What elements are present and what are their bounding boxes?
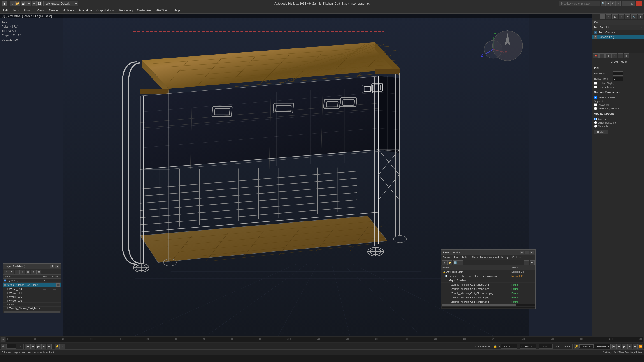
asset-tb-btn4[interactable]: ☰ bbox=[458, 260, 463, 265]
layer-highlight-btn[interactable]: ◇ bbox=[31, 270, 36, 274]
layer-row-wheel004[interactable]: Wheel_004 — — bbox=[3, 291, 61, 295]
asset-tb-btn2[interactable]: 📁 bbox=[448, 260, 452, 265]
layer-row-zarmig-cart[interactable]: Zarmig_Kitchen_Cart_Black — — bbox=[3, 307, 61, 310]
layer-row-wheel001[interactable]: Wheel_001 — — bbox=[3, 295, 61, 299]
smooth-result-checkbox[interactable] bbox=[594, 96, 597, 99]
go-end-btn[interactable]: ▶| bbox=[47, 344, 52, 349]
undo-btn[interactable]: ↩ bbox=[26, 1, 31, 6]
timeline-tools-btn[interactable]: ⛃ bbox=[1, 337, 6, 342]
go-end-btn2[interactable]: ▶| bbox=[633, 344, 638, 349]
nav-tools-btn[interactable]: ⛃ bbox=[1, 344, 6, 349]
always-radio[interactable] bbox=[594, 117, 597, 120]
timeline-track[interactable]: 0 10 20 30 40 50 60 70 80 90 100 110 120… bbox=[6, 337, 643, 342]
layer-select-btn[interactable]: □ bbox=[26, 270, 30, 274]
panel-icon-display[interactable]: 👁 bbox=[625, 14, 630, 19]
menu-help[interactable]: Help bbox=[172, 8, 182, 13]
asset-row-normal[interactable]: ▪ Zarmig_Kitchen_Cart_Normal.png Found bbox=[441, 296, 536, 300]
asset-menu-options[interactable]: Options bbox=[511, 256, 522, 259]
menu-edit[interactable]: Edit bbox=[1, 8, 10, 13]
layer-row-zarmig[interactable]: Zarmig_Kitchen_Cart_Black — — ⬛ bbox=[3, 283, 61, 287]
menu-tools[interactable]: Tools bbox=[10, 8, 22, 13]
help-btn[interactable]: ? bbox=[616, 1, 620, 6]
menu-group[interactable]: Group bbox=[22, 8, 34, 13]
asset-scrollbar-h[interactable] bbox=[442, 305, 534, 306]
asset-row-glossiness[interactable]: ▪ Zarmig_Kitchen_Cart_Glossiness.png Fou… bbox=[441, 291, 536, 296]
manually-radio[interactable] bbox=[594, 125, 597, 128]
layer-row-default[interactable]: 0 (default) ✓ bbox=[3, 279, 61, 283]
layer-scrollbar[interactable] bbox=[4, 311, 60, 313]
asset-menu-file[interactable]: File bbox=[453, 256, 459, 259]
new-btn[interactable]: □ bbox=[10, 1, 15, 6]
close-btn[interactable]: ✕ bbox=[636, 1, 642, 6]
menu-modifiers[interactable]: Modifiers bbox=[60, 8, 76, 13]
asset-panel-close-btn[interactable]: ✕ bbox=[530, 251, 534, 254]
panel-icon-utility[interactable]: 🔧 bbox=[631, 14, 637, 19]
autokey-btn[interactable]: Auto Key bbox=[580, 345, 594, 349]
x-coord-input[interactable] bbox=[501, 344, 517, 349]
asset-row-maps-folder[interactable]: ✔ Maps / Shaders bbox=[441, 278, 536, 283]
materials-checkbox[interactable] bbox=[594, 103, 597, 106]
play-btn2[interactable]: ▶ bbox=[622, 344, 627, 349]
modifier-editable-poly[interactable]: P Editable Poly bbox=[592, 35, 644, 39]
y-coord-input[interactable] bbox=[520, 344, 536, 349]
key-tangent-btn[interactable]: ∿ bbox=[60, 344, 65, 349]
search-highlight-btn[interactable]: ✦ bbox=[606, 1, 610, 6]
next-key-btn[interactable]: ▶ bbox=[627, 344, 632, 349]
go-start-btn2[interactable]: |◀ bbox=[611, 344, 616, 349]
asset-menu-paths[interactable]: Paths bbox=[460, 256, 468, 259]
search-icon-btn[interactable]: 🔍 bbox=[601, 1, 606, 6]
mod-move-btn[interactable]: ↕ bbox=[612, 53, 617, 58]
mod-light-btn[interactable]: | bbox=[599, 53, 605, 58]
iterations-input[interactable] bbox=[613, 71, 623, 75]
layer-panel-close-btn[interactable]: ✕ bbox=[55, 265, 59, 268]
panel-icon-create[interactable]: ⬡ bbox=[600, 14, 605, 19]
next-frame-btn[interactable]: ▶ bbox=[41, 344, 46, 349]
save-btn[interactable]: 💾 bbox=[21, 1, 26, 6]
layer-delete-btn[interactable]: ✕ bbox=[9, 270, 14, 274]
prev-frame-btn[interactable]: ◀ bbox=[30, 344, 36, 349]
menu-create[interactable]: Create bbox=[47, 8, 60, 13]
key-mode-btn[interactable]: 🔑 bbox=[55, 344, 60, 349]
search-input[interactable] bbox=[559, 1, 600, 6]
modifier-turbosmooth[interactable]: T TurboSmooth bbox=[592, 30, 644, 35]
asset-tb-btn5[interactable]: ? bbox=[524, 260, 529, 265]
explicit-normals-checkbox[interactable] bbox=[594, 86, 597, 88]
asset-row-diffuse[interactable]: ▪ Zarmig_Kitchen_Cart_Diffuse.png Found bbox=[441, 283, 536, 287]
asset-menu-bitmap[interactable]: Bitmap Performance and Memory bbox=[470, 256, 509, 259]
layer-panel-info-btn[interactable]: ? bbox=[50, 265, 54, 268]
panel-icon-expand[interactable]: ◀ bbox=[638, 14, 643, 19]
menu-views[interactable]: Views bbox=[34, 8, 47, 13]
asset-row-reflect[interactable]: ▪ Zarmig_Kitchen_Cart_Reflect.png Found bbox=[441, 300, 536, 304]
asset-panel-restore-btn[interactable]: □ bbox=[524, 251, 529, 254]
asset-tb-btn6[interactable]: ⚙ bbox=[530, 260, 534, 265]
layer-row-wheel003[interactable]: Wheel_003 — — bbox=[3, 287, 61, 291]
current-frame-input[interactable] bbox=[6, 344, 16, 349]
layer-new-btn[interactable]: + bbox=[4, 270, 9, 274]
asset-row-max-file[interactable]: 📄 Zarmig_Kitchen_Cart_Black_max_vray.max… bbox=[441, 274, 536, 278]
layer-row-cart[interactable]: Cart — — bbox=[3, 303, 61, 307]
render-setup-btn[interactable]: 🔳 bbox=[37, 1, 42, 6]
asset-menu-server[interactable]: Server bbox=[442, 256, 451, 259]
prev-key-btn[interactable]: ◀ bbox=[616, 344, 622, 349]
panel-icon-modify[interactable]: ≡ bbox=[606, 14, 612, 19]
menu-rendering[interactable]: Rendering bbox=[117, 8, 135, 13]
search-settings-btn[interactable]: ⚙ bbox=[610, 1, 616, 6]
mod-pin-btn[interactable]: 📌 bbox=[593, 53, 599, 58]
minimize-btn[interactable]: ─ bbox=[622, 1, 629, 6]
key-icon-btn[interactable]: 🔑 bbox=[574, 344, 579, 349]
render-iters-input[interactable] bbox=[613, 77, 623, 81]
when-rendering-radio[interactable] bbox=[594, 121, 597, 124]
layer-move-btn[interactable]: ↑ bbox=[20, 270, 25, 274]
asset-scrollbar-v[interactable] bbox=[442, 307, 534, 308]
open-btn[interactable]: 📂 bbox=[15, 1, 20, 6]
layer-row-wheel002[interactable]: Wheel_002 — — bbox=[3, 299, 61, 303]
update-btn[interactable]: Update bbox=[594, 130, 608, 134]
menu-animation[interactable]: Animation bbox=[76, 8, 94, 13]
maximize-btn[interactable]: □ bbox=[629, 1, 636, 6]
layer-settings-btn[interactable]: ⚙ bbox=[36, 270, 41, 274]
asset-tb-btn3[interactable]: 🔄 bbox=[453, 260, 458, 265]
asset-row-fresnel[interactable]: ▪ Zarmig_Kitchen_Cart_Fresnel.png Found bbox=[441, 287, 536, 291]
selected-dropdown[interactable]: Selected bbox=[594, 344, 610, 349]
layer-add-btn[interactable]: ↓ bbox=[15, 270, 20, 274]
mod-copy-btn[interactable]: ⧉ bbox=[618, 53, 623, 58]
